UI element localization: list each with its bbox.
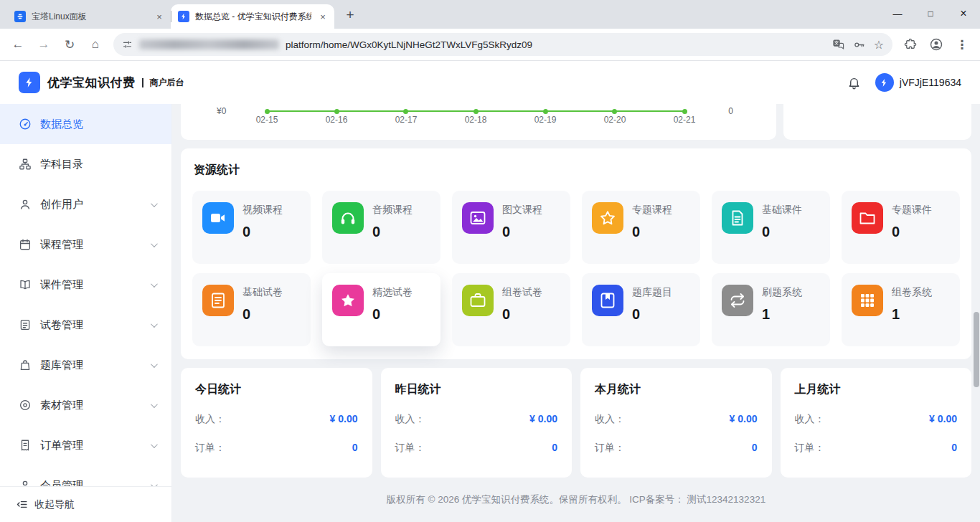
notification-bell-icon[interactable] [847, 76, 861, 90]
extensions-icon[interactable] [898, 32, 923, 57]
resource-tile-assembled-paper[interactable]: 组卷试卷 0 [452, 273, 570, 346]
baota-favicon-icon [14, 11, 26, 22]
tab-close-icon[interactable]: × [154, 11, 165, 22]
chevron-down-icon [151, 321, 158, 328]
reload-button[interactable]: ↻ [57, 32, 82, 57]
grid-icon [852, 285, 883, 316]
resource-value: 0 [762, 224, 802, 240]
x-tick: 02-21 [674, 115, 696, 125]
income-trend-chart: ¥0 0 02-15 02-16 [181, 104, 776, 140]
resource-tile-question-items[interactable]: 题库题目 0 [582, 273, 700, 346]
resource-tile-topic-courseware[interactable]: 专题课件 0 [842, 191, 960, 264]
resource-tile-assembly-system[interactable]: 组卷系统 1 [842, 273, 960, 346]
x-tick: 02-16 [326, 115, 348, 125]
resource-label: 题库题目 [632, 285, 672, 299]
orders-value: 0 [552, 442, 557, 455]
browser-toolbar: ← → ↻ ⌂ platform/home/WGx0KytLNjNHeGt2TW… [0, 29, 980, 61]
stat-card-yesterday: 昨日统计 收入：¥ 0.00 订单：0 [381, 368, 573, 478]
forward-button[interactable]: → [32, 32, 56, 57]
sidebar-item-question-bank[interactable]: 题库管理 [0, 345, 171, 385]
resource-value: 0 [372, 224, 413, 240]
chart-point [473, 109, 479, 114]
header-actions: jVFJjE119634 [847, 73, 961, 92]
x-tick: 02-17 [395, 115, 418, 125]
hierarchy-icon [19, 158, 32, 171]
chevron-down-icon [151, 361, 158, 368]
x-tick: 02-18 [465, 115, 487, 125]
site-info-icon[interactable] [122, 39, 133, 50]
resource-value: 0 [892, 224, 932, 240]
book-icon [592, 285, 623, 316]
scrollbar-thumb[interactable] [974, 312, 979, 387]
page-scrollbar[interactable] [974, 104, 979, 522]
resource-stats-section: 资源统计 视频课程 0 [181, 148, 971, 359]
bag-icon [19, 359, 32, 371]
minimize-button[interactable]: — [881, 0, 914, 27]
brand-subtitle: 商户后台 [142, 78, 184, 87]
collapse-icon [16, 498, 28, 511]
account-id: jVFJjE119634 [900, 77, 961, 88]
x-tick: 02-19 [534, 115, 557, 125]
collapse-nav-button[interactable]: 收起导航 [0, 486, 171, 522]
new-tab-button[interactable]: + [340, 5, 360, 25]
resource-tile-practice-system[interactable]: 刷题系统 1 [712, 273, 830, 346]
star-icon [332, 285, 364, 316]
resource-tile-topic-course[interactable]: 专题课程 0 [582, 191, 700, 264]
sidebar-item-label: 订单管理 [40, 439, 83, 452]
chart-point [403, 109, 408, 114]
chart-y-axis-label: ¥0 [217, 106, 226, 116]
chart-point [612, 109, 617, 114]
resource-tile-image-course[interactable]: 图文课程 0 [452, 191, 570, 264]
resource-tile-featured-paper[interactable]: 精选试卷 0 [322, 273, 440, 346]
sidebar-item-dashboard[interactable]: 数据总览 [0, 104, 171, 144]
sidebar-item-courseware[interactable]: 课件管理 [0, 265, 171, 305]
back-button[interactable]: ← [6, 32, 30, 57]
section-title: 资源统计 [194, 163, 960, 178]
main-content: ¥0 0 02-15 02-16 [172, 104, 980, 522]
profile-avatar-icon[interactable] [924, 32, 948, 57]
close-button[interactable]: × [947, 0, 980, 27]
income-value: ¥ 0.00 [730, 413, 758, 426]
password-key-icon[interactable] [853, 39, 865, 51]
url-text[interactable]: platform/home/WGx0KytLNjNHeGt2TWxLVFg5Sk… [286, 39, 826, 50]
resource-tile-audio-course[interactable]: 音频课程 0 [322, 191, 440, 264]
sidebar-item-creators[interactable]: 创作用户 [0, 184, 171, 224]
sidebar-item-courses[interactable]: 课程管理 [0, 224, 171, 265]
resource-value: 1 [892, 306, 932, 323]
resource-label: 精选试卷 [372, 285, 413, 299]
browser-tab-baota[interactable]: 宝塔Linux面板 × [7, 4, 171, 29]
app-header: 优学宝知识付费 商户后台 jVFJjE119634 [0, 61, 980, 104]
headphones-icon [332, 202, 364, 234]
disc-icon [19, 399, 32, 412]
income-value: ¥ 0.00 [529, 413, 557, 426]
browser-window: 宝塔Linux面板 × 数据总览 - 优学宝知识付费系统 × + — □ × ←… [0, 0, 980, 522]
sidebar-item-subjects[interactable]: 学科目录 [0, 144, 171, 184]
maximize-button[interactable]: □ [914, 0, 947, 27]
income-value: ¥ 0.00 [330, 413, 358, 426]
sidebar-item-label: 题库管理 [40, 359, 83, 372]
sidebar-item-orders[interactable]: 订单管理 [0, 425, 171, 465]
side-panel-card [783, 104, 971, 140]
resource-tile-video-course[interactable]: 视频课程 0 [192, 191, 311, 264]
resource-value: 0 [372, 306, 413, 323]
account-menu[interactable]: jVFJjE119634 [875, 73, 961, 92]
stat-card-this-month: 本月统计 收入：¥ 0.00 订单：0 [580, 368, 772, 478]
account-avatar [875, 73, 894, 92]
sidebar-item-exams[interactable]: 试卷管理 [0, 305, 171, 345]
translate-icon[interactable] [832, 39, 844, 51]
browser-menu-icon[interactable]: ⋮ [950, 32, 974, 57]
resource-value: 1 [762, 306, 802, 323]
resource-tile-basic-paper[interactable]: 基础试卷 0 [192, 273, 311, 346]
repeat-icon [722, 285, 753, 316]
tab-close-icon[interactable]: × [317, 11, 329, 22]
address-bar[interactable]: platform/home/WGx0KytLNjNHeGt2TWxLVFg5Sk… [113, 33, 892, 56]
home-button[interactable]: ⌂ [83, 32, 108, 57]
resource-tile-basic-courseware[interactable]: 基础课件 0 [712, 191, 830, 264]
x-tick: 02-20 [604, 115, 626, 125]
resource-label: 基础试卷 [242, 285, 283, 299]
browser-tab-dashboard[interactable]: 数据总览 - 优学宝知识付费系统 × [171, 4, 334, 29]
orders-label: 订单： [595, 442, 625, 455]
bookmark-star-icon[interactable]: ☆ [874, 38, 884, 52]
sidebar-item-materials[interactable]: 素材管理 [0, 385, 171, 425]
x-tick: 02-15 [256, 115, 278, 125]
